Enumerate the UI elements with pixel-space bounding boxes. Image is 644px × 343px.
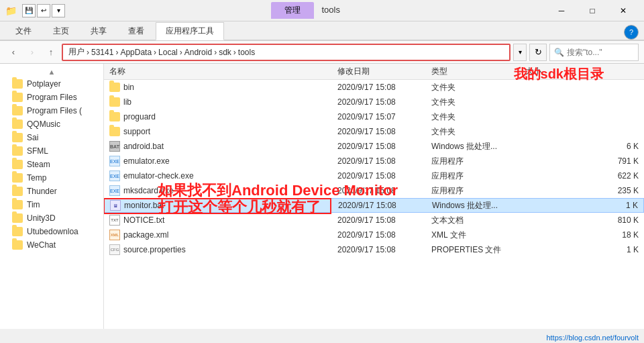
quick-access-toolbar: 💾 ↩ ▾ [22, 4, 65, 17]
folder-icon [12, 146, 23, 156]
minimize-button[interactable]: ─ [546, 0, 577, 21]
addr-part-users[interactable]: 用户 [68, 46, 85, 58]
addr-part-sdk[interactable]: sdk [219, 48, 231, 57]
folder-icon [12, 93, 23, 102]
folder-icon [12, 200, 23, 209]
search-icon: 🔍 [554, 48, 564, 57]
file-row[interactable]: support 2020/9/17 15:08 文件夹 [104, 124, 644, 139]
sidebar-item-sai[interactable]: Sai [0, 131, 103, 144]
search-box[interactable]: 🔍 [549, 44, 639, 61]
file-type-cell: 文本文档 [431, 215, 525, 226]
file-row[interactable]: EXE mksdcard.exe 2020/9/17 15:08 应用程序 23… [104, 183, 644, 198]
quick-access-dropdown[interactable]: ▾ [52, 4, 65, 17]
sidebar-item-sfml[interactable]: SFML [0, 144, 103, 158]
file-date-cell: 2020/9/17 15:08 [337, 245, 431, 254]
col-header-size[interactable]: 大小 [525, 66, 639, 77]
sidebar-label: Temp [27, 173, 46, 183]
ribbon-tab-manage: 管理 [271, 2, 314, 19]
addr-part-tools: tools [238, 48, 255, 57]
sidebar-item-thunder[interactable]: Thunder [0, 185, 103, 198]
sidebar-item-temp[interactable]: Temp [0, 171, 103, 185]
file-row[interactable]: bin 2020/9/17 15:08 文件夹 [104, 80, 644, 95]
tab-app-tools[interactable]: 应用程序工具 [156, 22, 224, 40]
save-button[interactable]: 💾 [22, 4, 36, 17]
tab-home[interactable]: 主页 [43, 22, 79, 40]
search-input[interactable] [567, 48, 634, 57]
file-name-cell: bin [109, 83, 337, 92]
file-type-cell: Windows 批处理... [432, 200, 526, 211]
sidebar-item-utubedownload[interactable]: Utubedownloa [0, 225, 103, 238]
sidebar-label: Sai [27, 133, 38, 142]
forward-button[interactable]: › [24, 44, 40, 60]
sidebar-item-program-files-x86[interactable]: Program Files ( [0, 104, 103, 117]
addr-part-appdata[interactable]: AppData [120, 48, 152, 57]
sidebar-label: Potplayer [27, 79, 61, 89]
file-size-cell: 1 K [525, 245, 639, 254]
title-bar: 📁 💾 ↩ ▾ 管理 tools ─ □ ✕ [0, 0, 644, 21]
exe-icon: EXE [109, 170, 120, 181]
folder-icon [109, 127, 120, 136]
addr-part-android[interactable]: Android [184, 48, 212, 57]
sidebar-label: Unity3D [27, 213, 56, 223]
file-date-cell: 2020/9/17 15:08 [337, 97, 431, 107]
help-button[interactable]: ? [624, 25, 639, 40]
file-name-cell: EXE emulator.exe [109, 156, 337, 166]
col-header-type[interactable]: 类型 [431, 66, 525, 77]
file-row[interactable]: CFG source.properties 2020/9/17 15:08 PR… [104, 242, 644, 257]
folder-icon [12, 119, 23, 129]
sidebar-label: SFML [27, 146, 48, 156]
addr-sep-3: › [154, 48, 156, 57]
maximize-button[interactable]: □ [577, 0, 608, 21]
file-type-cell: 文件夹 [431, 97, 525, 108]
sidebar-item-tim[interactable]: Tim [0, 198, 103, 211]
col-header-name[interactable]: 名称 [109, 66, 337, 77]
file-date-cell: 2020/9/17 15:08 [337, 215, 431, 225]
folder-icon [12, 173, 23, 183]
addr-sep-6: › [233, 48, 236, 57]
file-row[interactable]: EXE emulator.exe 2020/9/17 15:08 应用程序 79… [104, 154, 644, 168]
sidebar-item-program-files[interactable]: Program Files [0, 91, 103, 104]
monitor-icon: 🖥 [110, 200, 121, 211]
sidebar-item-potplayer[interactable]: Potplayer [0, 77, 103, 91]
file-row[interactable]: XML package.xml 2020/9/17 15:08 XML 文件 1… [104, 228, 644, 242]
back-button[interactable]: ‹ [5, 44, 21, 60]
folder-icon [12, 160, 23, 169]
undo-button[interactable]: ↩ [37, 4, 50, 17]
folder-icon [12, 187, 23, 196]
tab-view[interactable]: 查看 [118, 22, 154, 40]
file-type-cell: XML 文件 [431, 230, 525, 241]
up-button[interactable]: ↑ [43, 44, 59, 60]
file-name-cell: XML package.xml [109, 230, 337, 240]
file-name-cell: BAT android.bat [109, 141, 337, 152]
sidebar-item-unity3d[interactable]: Unity3D [0, 211, 103, 225]
file-date-cell: 2020/9/17 15:08 [337, 127, 431, 136]
tab-file[interactable]: 文件 [5, 22, 42, 40]
file-row[interactable]: proguard 2020/9/17 15:07 文件夹 [104, 109, 644, 124]
sidebar-label: Program Files [27, 93, 77, 102]
file-size-cell: 791 K [525, 156, 639, 166]
status-bar: https://blog.csdn.net/fourvolt [541, 332, 644, 343]
close-button[interactable]: ✕ [608, 0, 639, 21]
file-row[interactable]: BAT android.bat 2020/9/17 15:08 Windows … [104, 139, 644, 154]
tab-share[interactable]: 共享 [80, 22, 117, 40]
refresh-button[interactable]: ↻ [529, 44, 547, 61]
file-date-cell: 2020/9/17 15:08 [337, 230, 431, 240]
file-type-cell: 应用程序 [431, 156, 525, 167]
title-center: 管理 tools [65, 2, 546, 19]
file-type-cell: 应用程序 [431, 185, 525, 197]
addr-part-53141[interactable]: 53141 [91, 48, 113, 57]
file-size-cell: 6 K [525, 142, 639, 151]
xml-icon: XML [109, 230, 120, 240]
file-row[interactable]: lib 2020/9/17 15:08 文件夹 [104, 95, 644, 109]
sidebar-item-wechat[interactable]: WeChat [0, 238, 103, 252]
addr-part-local[interactable]: Local [158, 48, 178, 57]
folder-icon [12, 213, 23, 223]
sidebar-item-steam[interactable]: Steam [0, 158, 103, 171]
file-type-cell: Windows 批处理... [431, 141, 525, 152]
col-header-date[interactable]: 修改日期 [337, 66, 431, 77]
address-path[interactable]: 用户 › 53141 › AppData › Local › Android ›… [62, 44, 511, 61]
addr-dropdown-button[interactable]: ▾ [513, 44, 527, 61]
sidebar-item-qqmusic[interactable]: QQMusic [0, 117, 103, 131]
sidebar-label: Steam [27, 160, 50, 169]
folder-icon [12, 133, 23, 142]
